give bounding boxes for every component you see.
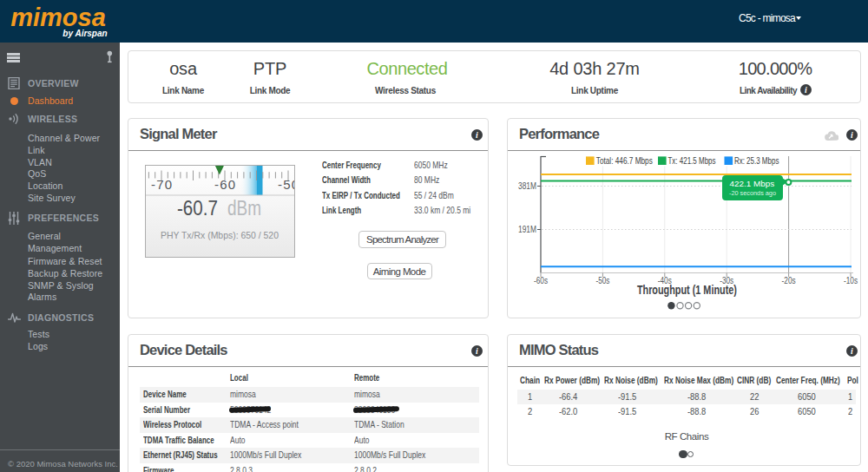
svg-text:381M: 381M: [518, 180, 536, 191]
svg-text:by Airspan: by Airspan: [62, 29, 107, 38]
svg-text:Total: 446.7 Mbps: Total: 446.7 Mbps: [596, 155, 653, 166]
svg-text:-60: -60: [214, 177, 235, 192]
svg-text:-50s: -50s: [595, 276, 609, 285]
svg-text:Tx: 421.5 Mbps: Tx: 421.5 Mbps: [668, 155, 716, 166]
svg-text:-20s: -20s: [782, 276, 796, 285]
svg-text:Rx: 25.3 Mbps: Rx: 25.3 Mbps: [734, 155, 779, 166]
svg-text:-60s: -60s: [534, 276, 548, 285]
svg-text:mimosa: mimosa: [10, 3, 106, 31]
svg-text:dBm: dBm: [227, 196, 261, 219]
svg-text:191M: 191M: [518, 224, 536, 234]
svg-text:-10s: -10s: [844, 276, 858, 285]
svg-text:-60.7: -60.7: [177, 196, 218, 219]
svg-text:-20 seconds ago: -20 seconds ago: [729, 189, 776, 197]
svg-text:PHY Tx/Rx (Mbps): 650 / 520: PHY Tx/Rx (Mbps): 650 / 520: [161, 230, 279, 240]
svg-text:Throughput (1 Minute): Throughput (1 Minute): [637, 282, 737, 297]
svg-text:-50: -50: [278, 177, 294, 192]
svg-text:422.1 Mbps: 422.1 Mbps: [729, 179, 774, 188]
svg-text:-70: -70: [151, 177, 172, 192]
